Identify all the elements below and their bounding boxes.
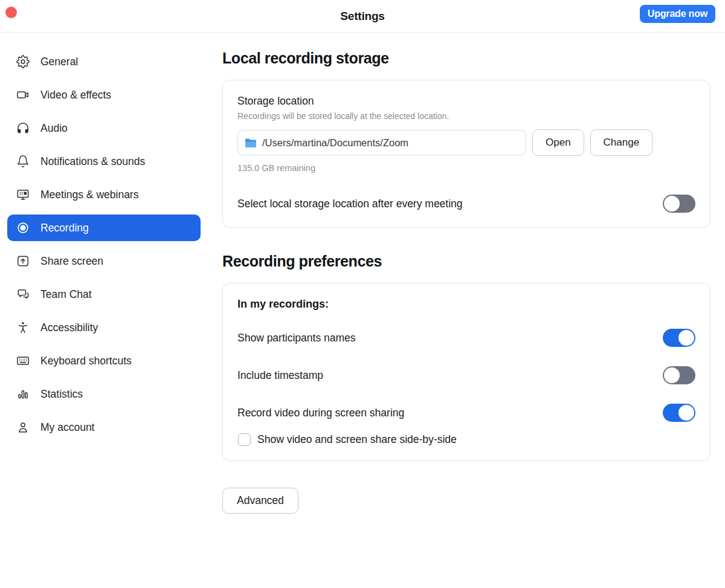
sidebar-item-label: Notifications & sounds [40,155,145,168]
toggle-knob [664,196,680,212]
storage-path-row: /Users/martina/Documents/Zoom Open Chang… [237,129,695,156]
headphones-icon [16,121,30,135]
storage-location-description: Recordings will be stored locally at the… [237,111,695,121]
record-video-label: Record video during screen sharing [237,407,404,419]
section-heading-recording-preferences: Recording preferences [222,253,710,270]
toggle-knob [678,405,694,421]
include-timestamp-label: Include timestamp [237,369,323,382]
chat-bubbles-icon [16,287,30,302]
show-participants-label: Show participants names [237,332,356,344]
sidebar-item-video-effects[interactable]: Video & effects [7,82,201,108]
include-timestamp-row: Include timestamp [237,366,695,384]
advanced-button[interactable]: Advanced [222,488,298,514]
user-icon [16,420,30,435]
video-camera-icon [16,88,30,102]
meeting-screen-icon [16,187,30,202]
storage-card: Storage location Recordings will be stor… [222,80,710,228]
keyboard-icon [16,354,30,368]
storage-location-label: Storage location [237,95,695,108]
sidebar-item-label: General [40,56,78,68]
section-heading-local-storage: Local recording storage [222,50,710,67]
sidebar-item-recording[interactable]: Recording [7,215,201,241]
preferences-card: In my recordings: Show participants name… [222,283,710,461]
sidebar-item-label: Video & effects [40,89,111,102]
settings-sidebar: General Video & effects Audio Notificati… [0,33,208,588]
select-location-row: Select local storage location after ever… [237,195,695,213]
bar-chart-icon [16,387,30,401]
sidebar-item-label: Recording [40,222,89,234]
sidebar-item-label: Meetings & webinars [40,189,138,201]
open-button[interactable]: Open [532,129,584,156]
sidebar-item-label: My account [40,421,94,434]
sidebar-item-general[interactable]: General [7,48,201,75]
sidebar-item-audio[interactable]: Audio [7,115,201,141]
show-participants-toggle[interactable] [663,329,695,347]
titlebar: Settings Upgrade now [0,0,725,33]
select-location-toggle[interactable] [663,195,695,213]
upgrade-now-button[interactable]: Upgrade now [640,5,715,23]
sidebar-item-label: Team Chat [40,288,92,301]
gear-icon [16,54,30,69]
sidebar-item-accessibility[interactable]: Accessibility [7,314,201,341]
side-by-side-row: Show video and screen share side-by-side [237,433,695,446]
toggle-knob [664,367,680,383]
storage-path-value: /Users/martina/Documents/Zoom [262,137,408,149]
sidebar-item-my-account[interactable]: My account [7,414,201,441]
bell-icon [16,154,30,169]
sidebar-item-statistics[interactable]: Statistics [7,381,201,407]
sidebar-item-notifications[interactable]: Notifications & sounds [7,148,201,175]
sidebar-item-share-screen[interactable]: Share screen [7,248,201,274]
show-participants-row: Show participants names [237,329,695,347]
side-by-side-label: Show video and screen share side-by-side [257,433,457,446]
sidebar-item-keyboard-shortcuts[interactable]: Keyboard shortcuts [7,347,201,374]
include-timestamp-toggle[interactable] [663,366,695,384]
sidebar-item-team-chat[interactable]: Team Chat [7,281,201,308]
close-window-button[interactable] [5,7,17,18]
storage-remaining-text: 135.0 GB remaining [237,163,695,173]
accessibility-icon [16,320,30,335]
sidebar-item-label: Statistics [40,388,83,401]
change-button[interactable]: Change [590,129,653,156]
record-circle-icon [16,221,30,235]
toggle-knob [678,330,694,346]
sidebar-item-label: Keyboard shortcuts [40,355,132,367]
sidebar-item-label: Accessibility [40,321,98,334]
folder-icon [245,138,257,148]
sidebar-item-label: Audio [40,122,68,135]
select-location-label: Select local storage location after ever… [237,198,463,210]
sidebar-item-meetings-webinars[interactable]: Meetings & webinars [7,181,201,208]
storage-path-field[interactable]: /Users/martina/Documents/Zoom [237,130,526,155]
side-by-side-checkbox[interactable] [238,433,251,446]
settings-content: Local recording storage Storage location… [208,33,725,588]
share-screen-icon [16,254,30,268]
record-video-toggle[interactable] [663,404,695,422]
in-my-recordings-label: In my recordings: [237,298,695,311]
sidebar-item-label: Share screen [40,255,103,268]
window-title: Settings [340,10,384,23]
record-video-row: Record video during screen sharing [237,404,695,422]
